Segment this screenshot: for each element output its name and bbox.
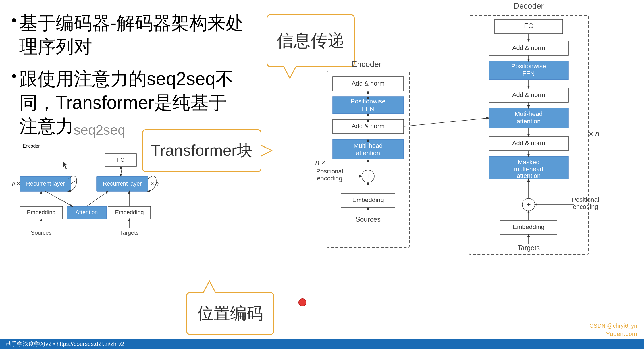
svg-text:FC: FC: [524, 22, 533, 30]
svg-text:Sources: Sources: [356, 215, 381, 223]
svg-text:encoding: encoding: [317, 175, 342, 182]
bullet-text-1: 基于编码器-解码器架构来处理序列对: [19, 11, 244, 59]
transformer-block-text: Transformer块: [151, 140, 253, 161]
svg-text:multi-head: multi-head: [514, 165, 543, 173]
svg-text:+: +: [526, 200, 531, 209]
yuuen-watermark: Yuuen.com: [606, 330, 637, 338]
bullet-1: • 基于编码器-解码器架构来处理序列对: [11, 11, 244, 59]
bottom-text: 动手学深度学习v2 • https://courses.d2l.ai/zh-v2: [6, 340, 124, 348]
svg-text:Recurrent layer: Recurrent layer: [26, 180, 65, 187]
svg-text:FC: FC: [117, 157, 125, 163]
svg-text:n ×: n ×: [315, 158, 326, 167]
svg-text:Positional: Positional: [316, 168, 343, 175]
pos-bubble: 位置编码: [186, 292, 274, 335]
pos-bubble-text: 位置编码: [197, 302, 263, 325]
svg-text:Embedding: Embedding: [27, 209, 55, 215]
svg-line-91: [404, 118, 489, 126]
bottom-bar: 动手学深度学习v2 • https://courses.d2l.ai/zh-v2: [0, 339, 644, 349]
transformer-architecture-svg: Encoder n × Add & norm Positionwise FFN …: [301, 0, 642, 341]
svg-text:× n: × n: [589, 130, 599, 138]
svg-text:+: +: [366, 172, 370, 180]
svg-text:attention: attention: [517, 118, 541, 125]
bubble-tail-up-inner: [203, 282, 215, 293]
svg-text:Masked: Masked: [518, 159, 539, 166]
transformer-block: Transformer块: [142, 129, 261, 172]
bubble-tail-down-inner: [284, 66, 296, 77]
svg-text:Embedding: Embedding: [115, 209, 144, 215]
svg-text:Embedding: Embedding: [352, 196, 384, 203]
svg-text:Add & norm: Add & norm: [512, 91, 545, 98]
csdn-watermark: CSDN @chryi6_yn: [589, 323, 637, 329]
svg-text:encoding: encoding: [573, 203, 598, 210]
svg-text:attention: attention: [517, 172, 541, 179]
recording-dot: [298, 298, 306, 306]
svg-text:Muti-head: Muti-head: [515, 110, 543, 117]
svg-text:× n: × n: [151, 180, 159, 187]
svg-text:Encoder: Encoder: [352, 60, 381, 68]
bullet-dot-2: •: [11, 67, 16, 85]
svg-text:Recurrent layer: Recurrent layer: [103, 180, 142, 187]
svg-text:Add & norm: Add & norm: [512, 44, 545, 51]
encoder-label-seq: Encoder: [23, 144, 40, 149]
svg-text:n ×: n ×: [12, 180, 20, 187]
svg-line-22: [45, 191, 72, 206]
svg-text:Positionwise: Positionwise: [511, 63, 546, 70]
svg-text:Targets: Targets: [518, 244, 540, 252]
svg-text:Embedding: Embedding: [513, 223, 544, 230]
bullet-dot-1: •: [11, 11, 16, 29]
transformer-arrow-inner: [261, 146, 271, 156]
svg-text:Attention: Attention: [76, 209, 98, 215]
svg-text:Sources: Sources: [31, 230, 51, 236]
svg-text:Add & norm: Add & norm: [512, 140, 545, 147]
svg-text:Decoder: Decoder: [514, 1, 544, 10]
svg-text:Positional: Positional: [572, 196, 599, 203]
svg-text:FFN: FFN: [523, 70, 535, 77]
svg-line-21: [87, 191, 108, 206]
svg-text:Targets: Targets: [120, 230, 139, 236]
svg-text:Add & norm: Add & norm: [352, 80, 385, 87]
